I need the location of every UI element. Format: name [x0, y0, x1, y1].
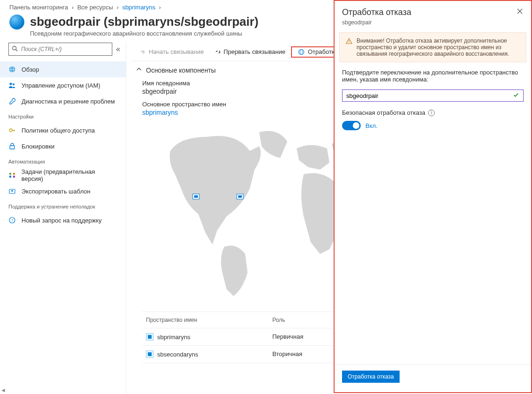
svg-point-25: [349, 42, 350, 43]
wrench-icon: [8, 97, 17, 105]
info-icon[interactable]: i: [428, 110, 435, 116]
chevron-up-icon: [136, 66, 142, 74]
lock-icon: [8, 142, 17, 150]
warning-icon: [345, 37, 353, 57]
svg-rect-13: [9, 176, 11, 178]
svg-rect-12: [13, 173, 15, 175]
sidebar-item-shared-access[interactable]: Политики общего доступа: [0, 122, 126, 138]
svg-rect-23: [238, 195, 242, 198]
sidebar-item-label: Экспортировать шаблон: [22, 188, 90, 195]
breadcrumb-item[interactable]: sbprimaryns: [122, 4, 155, 11]
collapse-sidebar-icon[interactable]: «: [116, 45, 120, 53]
support-icon: ?: [8, 216, 17, 224]
sidebar-item-label: Новый запрос на поддержку: [22, 217, 102, 224]
svg-rect-14: [13, 176, 15, 178]
search-icon: [12, 45, 18, 53]
sidebar-item-diagnostics[interactable]: Диагностика и решение проблем: [0, 93, 126, 109]
svg-line-1: [16, 49, 18, 51]
sidebar-item-label: Блокировки: [22, 143, 55, 150]
sidebar-section-automation: Автоматизация: [0, 154, 126, 167]
link-icon: [138, 48, 146, 56]
tasks-icon: [8, 171, 17, 179]
table-header-namespace: Пространство имен: [146, 317, 272, 323]
sidebar-item-tasks[interactable]: Задачи (предварительная версия): [0, 167, 126, 183]
sidebar-item-label: Управление доступом (IAM): [22, 82, 100, 89]
sidebar-item-new-support[interactable]: ? Новый запрос на поддержку: [0, 212, 126, 228]
chevron-right-icon: ›: [72, 4, 73, 11]
globe-icon: [9, 15, 24, 30]
sidebar: « Обзор Управление доступом (IAM) Диагно…: [0, 43, 126, 394]
blade-title: Отработка отказа: [342, 7, 411, 17]
failover-blade: Отработка отказа sbgeodrpair Внимание! О…: [334, 0, 532, 393]
svg-rect-11: [9, 173, 11, 175]
people-icon: [8, 82, 17, 89]
svg-point-18: [299, 49, 304, 54]
svg-rect-21: [194, 195, 198, 198]
page-title: sbgeodrpair (sbprimaryns/sbgeodrpair): [30, 15, 258, 29]
svg-text:?: ?: [11, 218, 14, 223]
safe-failover-toggle[interactable]: [342, 121, 361, 130]
sidebar-item-overview[interactable]: Обзор: [0, 61, 126, 77]
confirm-instruction: Подтвердите переключение на дополнительн…: [342, 69, 524, 83]
svg-point-5: [10, 83, 12, 85]
chevron-right-icon: ›: [117, 4, 118, 11]
toolbar-break-pairing[interactable]: Прервать связывание: [210, 43, 289, 61]
sidebar-item-label: Обзор: [22, 66, 39, 73]
export-icon: [8, 187, 17, 195]
sidebar-item-iam[interactable]: Управление доступом (IAM): [0, 77, 126, 93]
svg-point-6: [13, 83, 15, 85]
search-input[interactable]: [8, 43, 112, 56]
toolbar-start-pairing[interactable]: Начать связывание: [135, 43, 208, 61]
sidebar-section-settings: Настройки: [0, 109, 126, 122]
sidebar-item-export-template[interactable]: Экспортировать шаблон: [0, 183, 126, 199]
sidebar-item-label: Задачи (предварительная версия): [22, 168, 117, 182]
scroll-left-icon[interactable]: ◄: [0, 387, 7, 394]
failover-submit-button[interactable]: Отработка отказа: [342, 371, 400, 383]
close-button[interactable]: [516, 7, 524, 17]
safe-failover-label: Безопасная отработка отказа: [342, 109, 425, 116]
svg-rect-10: [10, 146, 15, 149]
breadcrumb-item[interactable]: Все ресурсы: [77, 4, 113, 11]
svg-point-19: [300, 49, 303, 54]
sidebar-item-locks[interactable]: Блокировки: [0, 138, 126, 154]
blade-subtitle: sbgeodrpair: [335, 19, 531, 30]
toggle-state-label: Вкл.: [365, 122, 378, 129]
sidebar-item-label: Политики общего доступа: [22, 127, 95, 134]
page-subtitle: Псевдоним географического аварийного вос…: [30, 30, 258, 37]
unlink-icon: [213, 48, 221, 56]
svg-point-0: [13, 46, 16, 50]
check-icon: [513, 92, 519, 100]
sidebar-item-label: Диагностика и решение проблем: [22, 98, 115, 105]
sidebar-section-support: Поддержка и устранение неполадок: [0, 199, 126, 212]
warning-banner: Внимание! Отработка отказа активирует до…: [339, 32, 526, 62]
breadcrumb-item[interactable]: Панель мониторинга: [9, 4, 68, 11]
chevron-right-icon: ›: [159, 4, 161, 11]
globe-icon: [8, 66, 17, 73]
globe-icon: [298, 48, 305, 56]
svg-point-7: [9, 129, 12, 132]
alias-confirm-input[interactable]: [342, 89, 524, 102]
key-icon: [8, 126, 17, 134]
namespace-icon: [146, 333, 153, 341]
namespace-icon: [146, 350, 153, 358]
